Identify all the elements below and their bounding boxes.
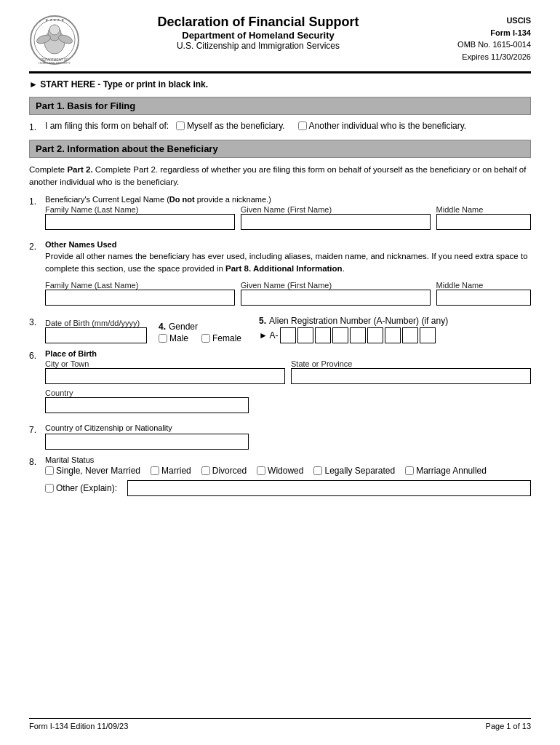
dob-group: Date of Birth (mm/dd/yyyy) [45, 319, 147, 343]
item4-label-row: 4. Gender [159, 322, 247, 332]
other-middle-label: Middle Name [436, 281, 531, 290]
item2-num: 2. [29, 240, 45, 252]
item5-num: 5. [259, 316, 266, 326]
another-checkbox[interactable] [298, 121, 307, 130]
state-group: State or Province [291, 359, 531, 384]
item2-other-names: Other Names Used Provide all other names… [45, 240, 531, 311]
part2-item6-row: 6. Place of Birth City or Town State or … [29, 349, 531, 418]
item1-inline: I am filing this form on behalf of: Myse… [45, 121, 531, 131]
female-option[interactable]: Female [201, 333, 241, 343]
place-birth-label: Place of Birth [45, 349, 531, 358]
other-names-input-row: Family Name (Last Name) Given Name (Firs… [45, 281, 531, 306]
widowed-checkbox[interactable] [257, 466, 265, 475]
other-marital-option[interactable]: Other (Explain): [45, 483, 117, 493]
widowed-label: Widowed [268, 466, 303, 476]
country-row: Country [45, 389, 531, 413]
male-label: Male [169, 333, 188, 343]
part2-item345-row: 3. Date of Birth (mm/dd/yyyy) 4. Gender [29, 316, 531, 343]
divorced-checkbox[interactable] [201, 466, 210, 475]
do-not-bold: Do not [169, 195, 195, 204]
part2-header: Part 2. Information about the Beneficiar… [29, 140, 531, 158]
state-label: State or Province [291, 359, 531, 368]
other-names-label: Other Names Used [45, 240, 531, 249]
city-input[interactable] [45, 368, 285, 384]
beneficiary-name-label: Beneficiary's Current Legal Name (Do not… [45, 195, 531, 204]
part2-item7-row: 7. Country of Citizenship or Nationality [29, 423, 531, 450]
separated-option[interactable]: Legally Separated [313, 466, 395, 476]
dob-input[interactable] [45, 327, 147, 343]
annulled-option[interactable]: Marriage Annulled [405, 466, 487, 476]
part2-intro-rest: Complete Part 2. regardless of whether y… [29, 165, 526, 186]
item8-num: 8. [29, 455, 45, 467]
single-option[interactable]: Single, Never Married [45, 466, 140, 476]
other-marital-label: Other (Explain): [56, 483, 117, 493]
myself-option[interactable]: Myself as the beneficiary. [176, 121, 285, 131]
other-marital-input[interactable] [127, 480, 531, 496]
country-label: Country [45, 389, 249, 397]
item345-inline: Date of Birth (mm/dd/yyyy) 4. Gender Mal… [45, 316, 531, 343]
married-checkbox[interactable] [151, 466, 159, 475]
citizenship-input-wrap [45, 434, 531, 450]
other-given-input[interactable] [241, 290, 431, 306]
state-input[interactable] [291, 368, 531, 384]
part2-bold: Part 2. [67, 165, 92, 174]
separated-checkbox[interactable] [313, 466, 322, 475]
item1-number: 1. [29, 121, 45, 132]
anum-box-3[interactable] [315, 327, 331, 343]
anum-box-9[interactable] [420, 327, 436, 343]
married-label: Married [161, 466, 191, 476]
anum-box-5[interactable] [350, 327, 366, 343]
male-checkbox[interactable] [159, 334, 167, 343]
item6-num: 6. [29, 349, 45, 361]
anum-box-1[interactable] [280, 327, 296, 343]
other-middle-input[interactable] [436, 290, 531, 306]
myself-checkbox[interactable] [176, 121, 185, 130]
gender-label: Gender [169, 322, 198, 332]
another-option[interactable]: Another individual who is the beneficiar… [298, 121, 467, 131]
another-label: Another individual who is the beneficiar… [309, 121, 467, 131]
page-header: ★ ★ ★ ★ ★ DEPARTMENT OF HOMELAND SECURIT… [29, 15, 531, 65]
other-middle-name-group: Middle Name [436, 281, 531, 306]
anum-box-6[interactable] [367, 327, 383, 343]
female-checkbox[interactable] [201, 334, 210, 343]
anumber-group: 5. Alien Registration Number (A-Number) … [259, 316, 531, 343]
country-input[interactable] [45, 397, 249, 413]
part2-intro-text: Complete Part 2. Complete Part 2. regard… [29, 164, 531, 189]
other-marital-checkbox[interactable] [45, 484, 54, 493]
part1-item1-row: 1. I am filing this form on behalf of: M… [29, 121, 531, 132]
myself-label: Myself as the beneficiary. [187, 121, 285, 131]
item1-label: I am filing this form on behalf of: [45, 121, 169, 131]
marital-status-label: Marital Status [45, 455, 531, 464]
single-checkbox[interactable] [45, 466, 54, 475]
item7-num: 7. [29, 423, 45, 435]
citizenship-input[interactable] [45, 434, 249, 450]
item1-num: 1. [29, 195, 45, 207]
given-name-input[interactable] [241, 214, 431, 230]
annulled-label: Marriage Annulled [416, 466, 487, 476]
part2-item2-row: 2. Other Names Used Provide all other na… [29, 240, 531, 311]
anum-box-2[interactable] [297, 327, 313, 343]
annulled-checkbox[interactable] [405, 466, 414, 475]
other-family-input[interactable] [45, 290, 235, 306]
svg-text:HOMELAND SECURITY: HOMELAND SECURITY [39, 61, 71, 65]
form-title: Declaration of Financial Support [87, 15, 429, 30]
footer-right: Page 1 of 13 [486, 722, 531, 730]
married-option[interactable]: Married [151, 466, 191, 476]
header-right: USCIS Form I-134 OMB No. 1615-0014 Expir… [436, 15, 531, 63]
other-given-label: Given Name (First Name) [241, 281, 431, 290]
widowed-option[interactable]: Widowed [257, 466, 303, 476]
male-option[interactable]: Male [159, 333, 188, 343]
divorced-option[interactable]: Divorced [201, 466, 247, 476]
city-state-row: City or Town State or Province [45, 359, 531, 384]
family-name-input[interactable] [45, 214, 235, 230]
anum-box-4[interactable] [332, 327, 348, 343]
citizenship-label: Country of Citizenship or Nationality [45, 423, 531, 432]
anum-box-7[interactable] [385, 327, 401, 343]
item7-content: Country of Citizenship or Nationality [45, 423, 531, 450]
page-footer: Form I-134 Edition 11/09/23 Page 1 of 13 [29, 718, 531, 730]
country-group: Country [45, 389, 249, 413]
anum-box-8[interactable] [402, 327, 418, 343]
middle-name-input[interactable] [436, 214, 531, 230]
city-group: City or Town [45, 359, 285, 384]
anumber-label: Alien Registration Number (A-Number) (if… [269, 316, 448, 326]
